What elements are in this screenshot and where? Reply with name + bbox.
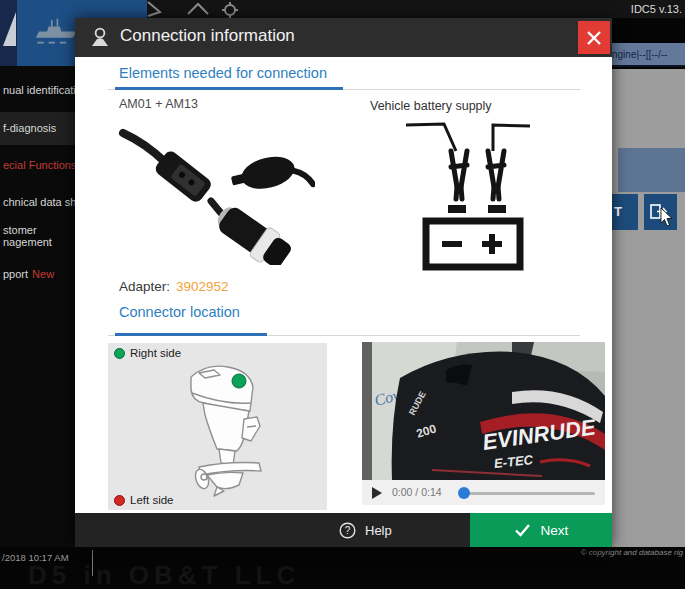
adapter-cable-image xyxy=(115,115,315,265)
adapter-code: 3902952 xyxy=(176,279,229,294)
copyright-text: © copyright and database rig xyxy=(581,548,683,557)
caret-mark xyxy=(92,550,93,576)
video-time: 0:00 / 0:14 xyxy=(392,486,442,498)
watermark-text: D5 in OB&T LLC xyxy=(28,560,300,589)
toolbar-button-t[interactable]: T xyxy=(612,194,638,230)
sidebar-item-customer-management[interactable]: stomer nagement xyxy=(0,220,75,252)
video-progress-track[interactable] xyxy=(462,492,595,495)
help-icon: ? xyxy=(339,522,356,539)
adapter-label: Adapter: xyxy=(119,279,170,294)
gear-icon[interactable] xyxy=(222,2,238,18)
mouse-cursor xyxy=(660,208,674,228)
new-badge: New xyxy=(32,268,54,280)
dialog-title: Connection information xyxy=(120,26,295,46)
left-side-indicator: Left side xyxy=(114,494,173,506)
help-label: Help xyxy=(365,523,392,538)
connection-person-icon xyxy=(88,26,112,50)
brand-logo-tile[interactable] xyxy=(0,0,17,66)
timestamp: /2018 10:17 AM xyxy=(2,552,69,563)
right-panel: T xyxy=(612,69,685,547)
left-side-label: Left side xyxy=(130,494,173,506)
tab-elements-needed[interactable]: Elements needed for connection xyxy=(119,65,327,81)
sidebar-item-technical-data-sheet[interactable]: chnical data shee xyxy=(0,192,75,212)
red-dot-icon xyxy=(114,495,125,506)
statusbar: D5 in OB&T LLC /2018 10:17 AM © copyrigh… xyxy=(0,547,685,589)
check-icon xyxy=(514,523,531,537)
tab2-active-underline xyxy=(115,333,267,336)
engine-video-still: Cov EVINRUDE E-TEC RUDE 200 xyxy=(362,342,605,480)
video-progress-knob[interactable] xyxy=(458,487,470,499)
dialog-titlebar: Connection information xyxy=(75,18,612,57)
video-frame[interactable]: Cov EVINRUDE E-TEC RUDE 200 xyxy=(362,342,605,480)
sidebar: nual identificatio f-diagnosis ecial Fun… xyxy=(0,66,75,547)
sidebar-item-special-functions[interactable]: ecial Functions xyxy=(0,155,75,175)
video-player[interactable]: Cov EVINRUDE E-TEC RUDE 200 xyxy=(362,342,605,505)
engine-status-bar: ngine|--[[--/-- xyxy=(612,43,685,67)
forward-icon[interactable] xyxy=(148,2,160,16)
adapter-row: Adapter:3902952 xyxy=(119,279,229,294)
tab-active-underline xyxy=(115,87,343,90)
sidebar-item-support[interactable]: pportNew xyxy=(0,264,75,284)
sidebar-item-self-diagnosis[interactable]: f-diagnosis xyxy=(0,112,75,145)
up-icon[interactable] xyxy=(188,4,208,14)
boat-icon xyxy=(31,12,79,54)
right-panel-box xyxy=(618,148,685,192)
screen: IDC5 v.13. nual identificatio f-diagnosi… xyxy=(0,0,685,589)
video-controls: 0:00 / 0:14 xyxy=(362,480,605,505)
connector-point-marker xyxy=(232,374,246,388)
close-icon xyxy=(586,30,602,46)
cable-label: AM01 + AM13 xyxy=(119,97,198,111)
next-label: Next xyxy=(541,523,569,538)
connection-information-dialog: Connection information Elements needed f… xyxy=(75,18,612,547)
battery-supply-image xyxy=(400,109,535,271)
dialog-body: Elements needed for connection AM01 + AM… xyxy=(75,57,612,513)
svg-text:?: ? xyxy=(345,525,351,536)
next-button[interactable]: Next xyxy=(470,513,612,547)
dialog-footer: ? Help Next xyxy=(75,513,612,547)
connector-location-panel: Right side xyxy=(108,343,327,510)
play-icon[interactable] xyxy=(372,487,382,499)
help-button[interactable]: ? Help xyxy=(339,513,392,547)
outboard-motor-diagram xyxy=(146,357,296,497)
green-dot-icon xyxy=(114,348,125,359)
tab-connector-location[interactable]: Connector location xyxy=(119,304,240,320)
sidebar-item-manual-identification[interactable]: nual identificatio xyxy=(0,80,75,100)
brand-logo-icon xyxy=(0,0,17,66)
app-version: IDC5 v.13. xyxy=(631,3,682,15)
close-button[interactable] xyxy=(578,21,610,54)
